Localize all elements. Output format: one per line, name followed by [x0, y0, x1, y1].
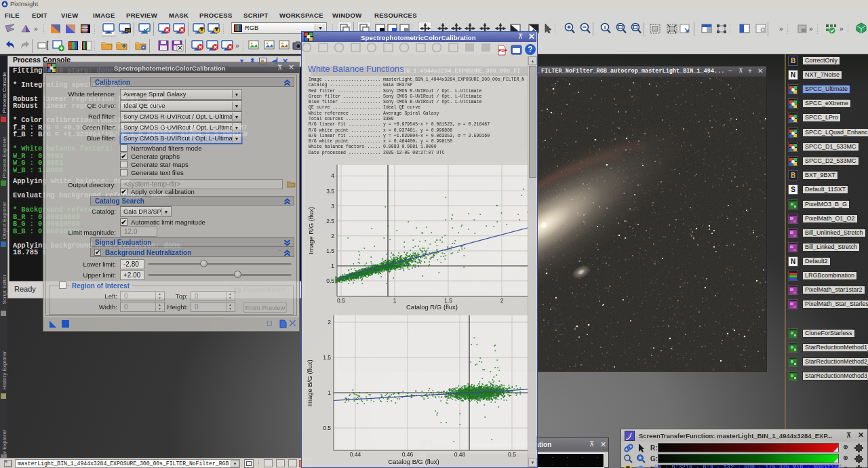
- svg-text:Catalog B/G (flux): Catalog B/G (flux): [388, 458, 439, 465]
- svg-text:2: 2: [328, 319, 331, 326]
- svg-text:»: »: [235, 42, 239, 50]
- svg-text:2.5: 2.5: [326, 218, 334, 225]
- svg-text:0.46: 0.46: [402, 451, 414, 458]
- svg-text:2: 2: [331, 233, 334, 239]
- svg-text:0.5: 0.5: [508, 451, 516, 458]
- svg-text:1: 1: [328, 389, 331, 396]
- svg-text:0.5: 0.5: [323, 425, 331, 431]
- svg-text:0.48: 0.48: [454, 451, 466, 458]
- svg-text:3: 3: [331, 203, 334, 210]
- svg-text:1: 1: [331, 262, 334, 269]
- svg-text:1.5: 1.5: [323, 354, 331, 361]
- svg-text:3.5: 3.5: [326, 188, 334, 195]
- svg-text:»: »: [840, 25, 844, 33]
- svg-text:»: »: [779, 25, 783, 33]
- svg-text:2: 2: [500, 297, 504, 304]
- svg-text:Catalog R/G (flux): Catalog R/G (flux): [406, 303, 458, 311]
- svg-text:24: 24: [125, 28, 130, 33]
- svg-text:Image B/G (flux): Image B/G (flux): [306, 359, 313, 406]
- svg-text:»: »: [809, 25, 813, 33]
- svg-text:Image R/G (flux): Image R/G (flux): [307, 207, 315, 254]
- svg-text:4: 4: [331, 172, 334, 179]
- svg-text:1: 1: [604, 25, 606, 30]
- svg-text:0.44: 0.44: [350, 451, 361, 458]
- svg-text:0.5: 0.5: [326, 277, 334, 284]
- svg-text:1.5: 1.5: [326, 248, 334, 254]
- svg-text:»: »: [34, 25, 38, 33]
- svg-text:1: 1: [393, 297, 397, 304]
- svg-text:0.5: 0.5: [337, 297, 345, 304]
